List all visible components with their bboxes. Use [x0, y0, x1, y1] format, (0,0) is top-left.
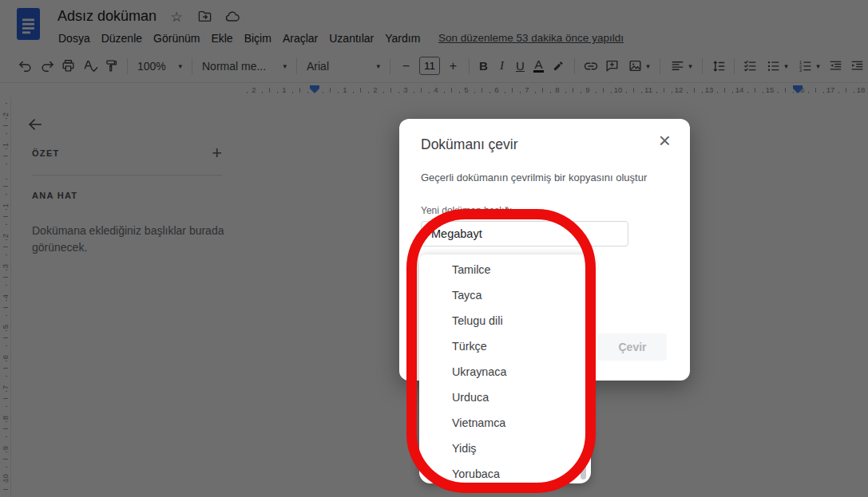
language-option[interactable]: Yidiş — [419, 436, 591, 461]
dialog-title: Dokümanı çevir — [421, 136, 518, 153]
language-option[interactable]: Ukraynaca — [419, 359, 591, 385]
dropdown-scrollbar-thumb[interactable] — [581, 459, 586, 479]
close-dialog-button[interactable]: × — [659, 130, 671, 151]
new-title-label: Yeni doküman başlığı — [421, 205, 512, 216]
dialog-subtitle: Geçerli dokümanın çevrilmiş bir kopyasın… — [421, 172, 647, 183]
translate-button[interactable]: Çevir — [598, 333, 667, 361]
language-option[interactable]: Telugu dili — [419, 308, 591, 333]
language-option[interactable]: Yorubaca — [419, 461, 591, 483]
new-document-title-input[interactable] — [421, 221, 628, 247]
language-option[interactable]: Vietnamca — [419, 410, 591, 436]
language-option[interactable]: Tayca — [419, 282, 591, 308]
language-option[interactable]: Urduca — [419, 385, 591, 410]
language-option[interactable]: Tamilce — [419, 257, 591, 282]
language-option[interactable]: Türkçe — [419, 333, 591, 359]
language-dropdown-menu: TamilceTaycaTelugu diliTürkçeUkraynacaUr… — [419, 254, 591, 483]
